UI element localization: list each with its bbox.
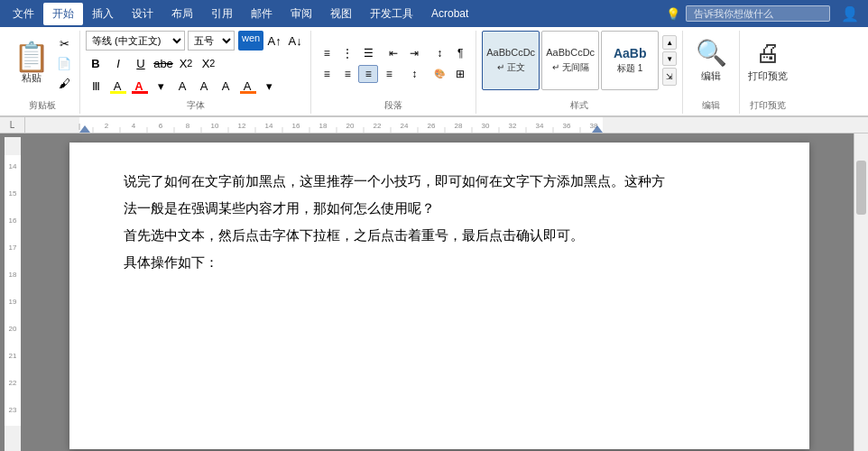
justify-button[interactable]: ≡ [379, 65, 399, 83]
style-group: AaBbCcDc ↵ 正文 AaBbCcDc ↵ 无间隔 AaBb 标题 1 ▲… [476, 31, 683, 114]
edit-icon: 🔍 [696, 38, 727, 68]
content-line-1: 说完了如何在文字前加黑点，这里推荐一个小技巧，即可如何在文字下方添加黑点。这种方 [124, 170, 755, 193]
increase-indent-button[interactable]: ⇥ [404, 44, 424, 62]
underline-button[interactable]: U [131, 53, 151, 73]
decrease-indent-button[interactable]: ⇤ [383, 44, 403, 62]
font-name-select[interactable]: 等线 (中文正文) [86, 31, 185, 51]
bold-button[interactable]: B [86, 53, 106, 73]
menu-bar-right: 💡 👤 [666, 4, 864, 24]
menu-item-layout[interactable]: 布局 [162, 3, 202, 25]
cut-button[interactable]: ✂ [54, 34, 74, 52]
font-style-row: B I U abe X2 X2 [86, 53, 305, 73]
style-heading1-label: 标题 1 [617, 62, 642, 75]
char-border-button[interactable]: A [172, 76, 192, 96]
svg-text:18: 18 [319, 122, 328, 130]
svg-text:8: 8 [186, 122, 190, 130]
document-page-container[interactable]: 说完了如何在文字前加黑点，这里推荐一个小技巧，即可如何在文字下方添加黑点。这种方… [25, 133, 854, 451]
document-page: 说完了如何在文字前加黑点，这里推荐一个小技巧，即可如何在文字下方添加黑点。这种方… [69, 143, 809, 449]
text-color-alt-button[interactable]: A [237, 76, 257, 96]
menu-item-home[interactable]: 开始 [43, 3, 83, 25]
font-color-arrow[interactable]: ▾ [151, 76, 171, 96]
svg-text:14: 14 [265, 122, 273, 130]
scrollbar[interactable] [854, 133, 868, 451]
paste-button[interactable]: 📋 粘贴 [11, 33, 52, 93]
char-shading-button[interactable]: A [107, 76, 127, 96]
print-group: 🖨 打印预览 打印预览 [740, 31, 796, 114]
style-normal-preview: AaBbCcDc [486, 47, 535, 59]
format-painter-button[interactable]: 🖌 [54, 74, 74, 92]
menu-item-design[interactable]: 设计 [123, 3, 162, 25]
svg-text:10: 10 [211, 122, 219, 130]
decrease-font-button[interactable]: A↓ [285, 31, 305, 51]
strikethrough-button[interactable]: abe [153, 53, 173, 73]
bullets-button[interactable]: ≡ [317, 44, 337, 62]
text-effect-button[interactable]: A [194, 76, 214, 96]
clear-format-button[interactable]: Ⅲ [86, 76, 106, 96]
text-highlight-button[interactable]: A [216, 76, 235, 96]
search-input[interactable] [686, 5, 830, 22]
menu-item-developer[interactable]: 开发工具 [361, 3, 422, 25]
style-scroll-controls: ▲ ▼ ⇲ [662, 35, 677, 86]
vertical-ruler-container: 14 15 16 17 18 19 20 21 22 23 [0, 133, 25, 451]
increase-font-button[interactable]: A↑ [264, 31, 284, 51]
ruler-svg: | 2 4 6 8 10 12 14 16 18 20 22 24 26 28 … [25, 117, 868, 133]
paragraph-group: ≡ ⋮ ☰ ⇤ ⇥ ↕ ¶ ≡ ≡ ≡ ≡ [311, 31, 476, 114]
menu-bar: 文件 开始 插入 设计 布局 引用 邮件 审阅 视图 开发工具 Acrobat … [0, 0, 868, 27]
svg-text:2: 2 [105, 122, 109, 130]
menu-item-insert[interactable]: 插入 [83, 3, 123, 25]
svg-text:19: 19 [9, 298, 17, 306]
shading-button[interactable]: 🎨 [429, 65, 449, 83]
italic-button[interactable]: I [108, 53, 128, 73]
wen-button[interactable]: wen [238, 31, 263, 51]
copy-button[interactable]: 📄 [54, 54, 74, 72]
menu-item-acrobat[interactable]: Acrobat [422, 4, 477, 23]
superscript-button[interactable]: X2 [199, 53, 218, 73]
user-icon[interactable]: 👤 [836, 4, 864, 24]
subscript-button[interactable]: X2 [176, 53, 196, 73]
print-icon: 🖨 [755, 38, 780, 68]
align-right-button[interactable]: ≡ [358, 65, 378, 83]
ruler-corner: L [0, 117, 24, 130]
print-label: 打印预览 [748, 69, 788, 83]
style-label: 样式 [570, 96, 588, 114]
svg-text:34: 34 [536, 122, 544, 130]
menu-item-mailings[interactable]: 邮件 [242, 3, 282, 25]
font-label: 字体 [187, 96, 205, 114]
svg-text:28: 28 [455, 122, 463, 130]
style-scroll-down[interactable]: ▼ [662, 51, 677, 66]
svg-text:32: 32 [509, 122, 517, 130]
horizontal-ruler: | 2 4 6 8 10 12 14 16 18 20 22 24 26 28 … [25, 117, 868, 133]
menu-item-review[interactable]: 审阅 [282, 3, 321, 25]
menu-item-references[interactable]: 引用 [202, 3, 242, 25]
scroll-thumb[interactable] [856, 161, 866, 215]
style-heading1[interactable]: AaBb 标题 1 [601, 31, 659, 90]
print-button[interactable]: 🖨 打印预览 [745, 31, 790, 90]
style-no-spacing[interactable]: AaBbCcDc ↵ 无间隔 [541, 31, 599, 90]
menu-item-view[interactable]: 视图 [321, 3, 361, 25]
align-left-button[interactable]: ≡ [317, 65, 337, 83]
svg-text:36: 36 [563, 122, 571, 130]
style-gallery: AaBbCcDc ↵ 正文 AaBbCcDc ↵ 无间隔 AaBb 标题 1 ▲… [482, 31, 677, 90]
page-content[interactable]: 说完了如何在文字前加黑点，这里推荐一个小技巧，即可如何在文字下方添加黑点。这种方… [124, 170, 755, 274]
sort-button[interactable]: ↕ [429, 44, 449, 62]
font-color-button[interactable]: A [129, 76, 149, 96]
menu-item-file[interactable]: 文件 [4, 3, 43, 25]
line-spacing-button[interactable]: ↕ [404, 65, 424, 83]
style-scroll-up[interactable]: ▲ [662, 35, 677, 50]
edit-label: 编辑 [701, 69, 721, 83]
text-color-alt-arrow[interactable]: ▾ [259, 76, 279, 96]
show-formatting-button[interactable]: ¶ [450, 44, 470, 62]
ribbon-content: 📋 粘贴 ✂ 📄 🖌 剪贴板 等线 (中文正文) 五号 [0, 27, 868, 116]
style-normal[interactable]: AaBbCcDc ↵ 正文 [482, 31, 540, 90]
svg-text:20: 20 [346, 122, 355, 130]
numbering-button[interactable]: ⋮ [337, 44, 357, 62]
svg-text:30: 30 [482, 122, 490, 130]
borders-button[interactable]: ⊞ [450, 65, 470, 83]
font-size-select[interactable]: 五号 初号 小初 一号 小一 二号 小二 三号 [188, 31, 235, 51]
align-center-button[interactable]: ≡ [337, 65, 357, 83]
edit-group-label: 编辑 [702, 96, 720, 114]
multilevel-list-button[interactable]: ☰ [358, 44, 378, 62]
edit-button[interactable]: 🔍 编辑 [688, 31, 734, 90]
style-more-button[interactable]: ⇲ [662, 68, 677, 86]
ruler-left-side: L [0, 117, 25, 133]
